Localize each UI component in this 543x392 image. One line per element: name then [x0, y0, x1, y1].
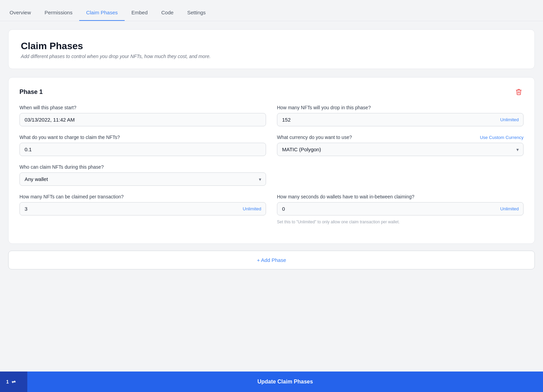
use-custom-currency-link[interactable]: Use Custom Currency — [480, 135, 524, 140]
form-row-2: What do you want to charge to claim the … — [19, 135, 524, 156]
counter-number: 1 — [6, 379, 9, 384]
form-row-4: How many NFTs can be claimed per transac… — [19, 194, 524, 224]
tab-overview[interactable]: Overview — [8, 6, 38, 21]
tab-code[interactable]: Code — [154, 6, 180, 21]
who-label: Who can claim NFTs during this phase? — [19, 164, 266, 170]
counter-icon: ⇌ — [12, 379, 16, 384]
bottom-bar: 1 ⇌ Update Claim Phases — [0, 372, 543, 392]
form-row-3: Who can claim NFTs during this phase? An… — [19, 164, 266, 186]
wait-input-wrapper: Unlimited — [277, 202, 524, 215]
main-content: Claim Phases Add different phases to con… — [0, 21, 543, 308]
who-select[interactable]: Any wallet — [19, 172, 266, 186]
wait-label: How many seconds do wallets have to wait… — [277, 194, 524, 199]
phase-card: Phase 1 When will this phase start? — [8, 77, 535, 244]
page-title: Claim Phases — [21, 41, 522, 52]
page-wrapper: Overview Permissions Claim Phases Embed … — [0, 0, 543, 392]
charge-input[interactable] — [19, 143, 266, 156]
page-subtitle: Add different phases to control when you… — [21, 54, 522, 59]
nav-tabs: Overview Permissions Claim Phases Embed … — [0, 0, 543, 21]
update-claim-phases-button[interactable]: Update Claim Phases — [27, 372, 543, 392]
currency-label: What currency do you want to use? — [277, 135, 352, 140]
tab-permissions[interactable]: Permissions — [38, 6, 80, 21]
per-tx-input-wrapper: Unlimited — [19, 202, 266, 215]
form-group-nfts-drop: How many NFTs will you drop in this phas… — [277, 105, 524, 126]
header-card: Claim Phases Add different phases to con… — [8, 29, 535, 69]
add-phase-button[interactable]: + Add Phase — [8, 251, 535, 269]
nfts-drop-input[interactable] — [277, 113, 524, 126]
tab-settings[interactable]: Settings — [180, 6, 212, 21]
currency-label-row: What currency do you want to use? Use Cu… — [277, 135, 524, 140]
form-group-start: When will this phase start? — [19, 105, 266, 126]
tab-claim-phases[interactable]: Claim Phases — [79, 6, 125, 21]
who-select-wrapper: Any wallet ▾ — [19, 172, 266, 186]
start-input[interactable] — [19, 113, 266, 126]
per-tx-unlimited-link[interactable]: Unlimited — [243, 206, 261, 211]
form-group-currency: What currency do you want to use? Use Cu… — [277, 135, 524, 156]
phase-header: Phase 1 — [19, 87, 524, 97]
charge-label: What do you want to charge to claim the … — [19, 135, 266, 140]
delete-phase-button[interactable] — [514, 87, 524, 97]
currency-select-wrapper: MATIC (Polygon) ▾ — [277, 143, 524, 156]
nfts-drop-label: How many NFTs will you drop in this phas… — [277, 105, 524, 110]
phase-title: Phase 1 — [19, 88, 43, 96]
form-group-who: Who can claim NFTs during this phase? An… — [19, 164, 266, 186]
bottom-bar-counter: 1 ⇌ — [0, 372, 27, 392]
per-tx-label: How many NFTs can be claimed per transac… — [19, 194, 266, 199]
tab-embed[interactable]: Embed — [125, 6, 155, 21]
start-label: When will this phase start? — [19, 105, 266, 110]
form-group-charge: What do you want to charge to claim the … — [19, 135, 266, 156]
per-tx-input[interactable] — [19, 202, 266, 215]
nfts-unlimited-link[interactable]: Unlimited — [500, 117, 519, 122]
wait-unlimited-link[interactable]: Unlimited — [500, 206, 519, 211]
form-group-wait: How many seconds do wallets have to wait… — [277, 194, 524, 224]
currency-select[interactable]: MATIC (Polygon) — [277, 143, 524, 156]
wait-input[interactable] — [277, 202, 524, 215]
wait-hint: Set this to "Unlimited" to only allow on… — [277, 220, 524, 224]
form-group-per-tx: How many NFTs can be claimed per transac… — [19, 194, 266, 224]
form-row-1: When will this phase start? How many NFT… — [19, 105, 524, 126]
nfts-drop-input-wrapper: Unlimited — [277, 113, 524, 126]
